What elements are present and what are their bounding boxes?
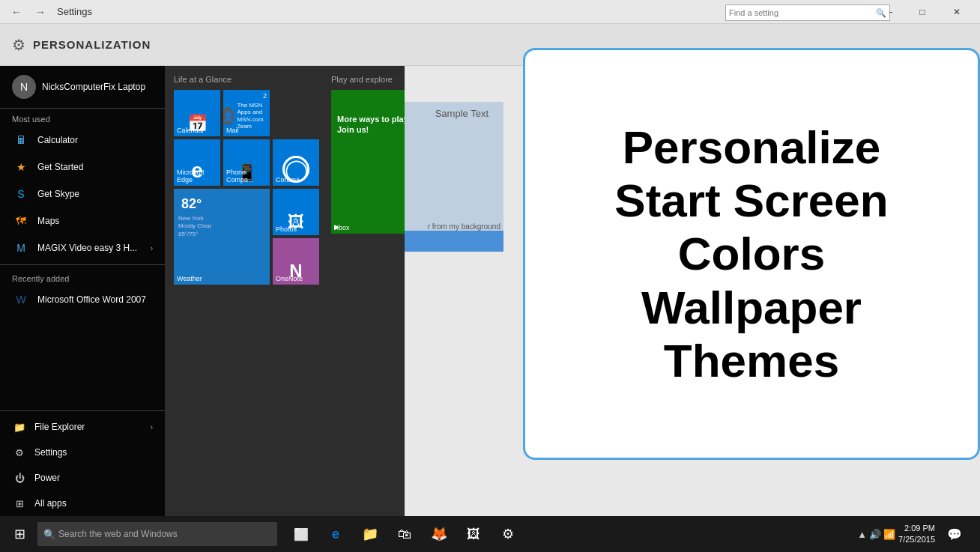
tile-xbox[interactable]: X More ways to play. Join us! ▶ Xbox: [331, 90, 405, 234]
clock-date: 7/25/2015: [898, 534, 935, 545]
tiles-col1-label: Life at a Glance: [174, 75, 319, 84]
file-explorer-icon: 📁: [12, 419, 27, 434]
windows-logo-icon: ⊞: [14, 526, 25, 542]
magix-icon: M: [12, 239, 30, 257]
tile-label: Microsoft Edge: [177, 169, 220, 184]
taskbar-right: ▲ 🔊 📶 2:09 PM 7/25/2015 💬: [857, 518, 977, 551]
task-view-button[interactable]: ⬜: [285, 518, 318, 551]
title-bar-nav: ← →: [6, 1, 51, 22]
tile-mail[interactable]: 👤 The MSN Apps and MSN.com Team Mail 2: [223, 90, 270, 136]
settings-search-box[interactable]: 🔍: [725, 4, 890, 21]
tile-label: Photos: [276, 225, 297, 233]
tile-onenote[interactable]: N OneNote: [273, 238, 319, 285]
calculator-icon: 🖩: [12, 131, 30, 149]
start-item-label: Get Started: [37, 162, 153, 172]
start-button[interactable]: ⊞: [3, 518, 36, 551]
notification-center-button[interactable]: 💬: [938, 518, 971, 551]
start-user: N NicksComputerFix Laptop: [0, 66, 165, 109]
annotation-text: PersonalizeStart ScreenColorsWallpaperTh…: [614, 121, 888, 387]
settings-search-input[interactable]: [729, 8, 876, 17]
start-item-label: Calculator: [37, 135, 153, 145]
divider: [0, 264, 165, 265]
taskbar-app-firefox[interactable]: 🦊: [423, 518, 456, 551]
sample-text: Sample Text: [435, 108, 489, 119]
personalization-gear-icon: ⚙: [12, 36, 25, 54]
taskbar-app-photos[interactable]: 🖼: [457, 518, 490, 551]
tile-label: OneNote: [276, 275, 303, 282]
taskbar-app-edge[interactable]: e: [319, 518, 352, 551]
tiles-row-4: X More ways to play. Join us! ▶ Xbox 🎵 G…: [331, 90, 405, 237]
start-item-skype[interactable]: S Get Skype: [0, 181, 165, 207]
tiles-col2-label: Play and explore: [331, 75, 405, 84]
system-tray-icons: ▲ 🔊 📶: [857, 529, 895, 540]
taskbar: ⊞ 🔍 ⬜ e 📁 🛍 🦊 🖼 ⚙ ▲ 🔊 📶 2:09 PM 7/25/201…: [0, 516, 980, 552]
start-item-calculator[interactable]: 🖩 Calculator: [0, 127, 165, 154]
tile-photos[interactable]: 🖼 Photos: [273, 189, 319, 235]
start-item-label: MAGIX Video easy 3 H...: [37, 243, 143, 253]
close-button[interactable]: ✕: [940, 0, 974, 24]
tile-label: Mail: [226, 127, 239, 134]
recently-added-label: Recently added: [0, 268, 165, 286]
annotation-box: PersonalizeStart ScreenColorsWallpaperTh…: [523, 48, 980, 460]
taskbar-app-store[interactable]: 🛍: [388, 518, 421, 551]
settings-icon: ⚙: [12, 445, 27, 460]
divider: [0, 410, 165, 411]
window-title: Settings: [57, 6, 92, 17]
tile-label: Calendar: [177, 127, 205, 134]
mail-text: The MSN Apps and MSN.com Team: [237, 102, 270, 130]
maximize-button[interactable]: □: [905, 0, 940, 24]
system-clock: 2:09 PM 7/25/2015: [898, 523, 935, 546]
start-item-label: Get Skype: [37, 189, 153, 199]
tiles-row-3: 82° New YorkMostly Clear85°/75° Weather …: [174, 189, 319, 285]
start-all-apps[interactable]: ⊞ All apps: [0, 491, 165, 516]
start-menu: N NicksComputerFix Laptop Most used 🖩 Ca…: [0, 66, 405, 516]
tile-cortana[interactable]: ◯ Cortana: [273, 139, 319, 186]
start-file-explorer[interactable]: 📁 File Explorer ›: [0, 414, 165, 440]
start-item-magix[interactable]: M MAGIX Video easy 3 H... ›: [0, 234, 165, 261]
start-power[interactable]: ⏻ Power: [0, 465, 165, 491]
taskbar-search-icon: 🔍: [43, 529, 55, 540]
start-settings[interactable]: ⚙ Settings: [0, 440, 165, 465]
taskbar-search-input[interactable]: [58, 529, 271, 539]
skype-icon: S: [12, 185, 30, 203]
taskbar-app-settings[interactable]: ⚙: [491, 518, 524, 551]
page-title: PERSONALIZATION: [33, 38, 151, 51]
tiles-area: Life at a Glance 📅 Calendar 👤 The MSN Ap…: [165, 66, 405, 516]
start-menu-left: N NicksComputerFix Laptop Most used 🖩 Ca…: [0, 66, 165, 516]
start-item-word[interactable]: W Microsoft Office Word 2007: [0, 286, 165, 313]
tile-edge[interactable]: e Microsoft Edge: [174, 139, 220, 186]
title-bar-left: ← → Settings: [6, 1, 92, 22]
user-name: NicksComputerFix Laptop: [42, 82, 145, 92]
xbox-text: More ways to play. Join us!: [337, 114, 405, 136]
tile-label: Weather: [177, 275, 202, 282]
tiles-col1: Life at a Glance 📅 Calendar 👤 The MSN Ap…: [174, 75, 319, 288]
start-bottom-label: File Explorer: [34, 422, 85, 432]
mail-avatar: 👤: [223, 107, 234, 125]
tiles-col2: Play and explore X More ways to play. Jo…: [331, 75, 405, 288]
tiles-row-2: e Microsoft Edge 📱 Phone Compa... ◯ Cort…: [174, 139, 319, 186]
weather-details: New YorkMostly Clear85°/75°: [178, 215, 211, 238]
taskbar-app-explorer[interactable]: 📁: [354, 518, 387, 551]
tile-label: Phone Compa...: [226, 169, 270, 184]
tile-label: Cortana: [276, 176, 300, 184]
weather-temp: 82°: [178, 193, 205, 215]
network-wifi-icon: 📶: [883, 529, 895, 540]
start-bottom-label: Settings: [34, 447, 67, 458]
all-apps-icon: ⊞: [12, 496, 27, 511]
tile-calendar[interactable]: 📅 Calendar: [174, 90, 220, 136]
mail-badge: 2: [263, 92, 267, 100]
word-icon: W: [12, 291, 30, 309]
back-button[interactable]: ←: [6, 1, 27, 22]
start-bottom-label: Power: [34, 473, 60, 483]
tile-label: Xbox: [334, 224, 350, 231]
start-item-maps[interactable]: 🗺 Maps: [0, 207, 165, 234]
start-item-getstarted[interactable]: ★ Get Started: [0, 154, 165, 181]
title-bar: ← → Settings 🔍 — □ ✕: [0, 0, 980, 24]
taskbar-search-box[interactable]: 🔍: [37, 522, 277, 546]
avatar: N: [12, 75, 36, 99]
start-bottom: 📁 File Explorer › ⚙ Settings ⏻ Power ⊞ A…: [0, 407, 165, 516]
tile-weather[interactable]: 82° New YorkMostly Clear85°/75° Weather: [174, 189, 270, 285]
tile-phone[interactable]: 📱 Phone Compa...: [223, 139, 270, 186]
forward-button[interactable]: →: [30, 1, 51, 22]
tiles-sub-col: 🖼 Photos N OneNote: [273, 189, 319, 285]
